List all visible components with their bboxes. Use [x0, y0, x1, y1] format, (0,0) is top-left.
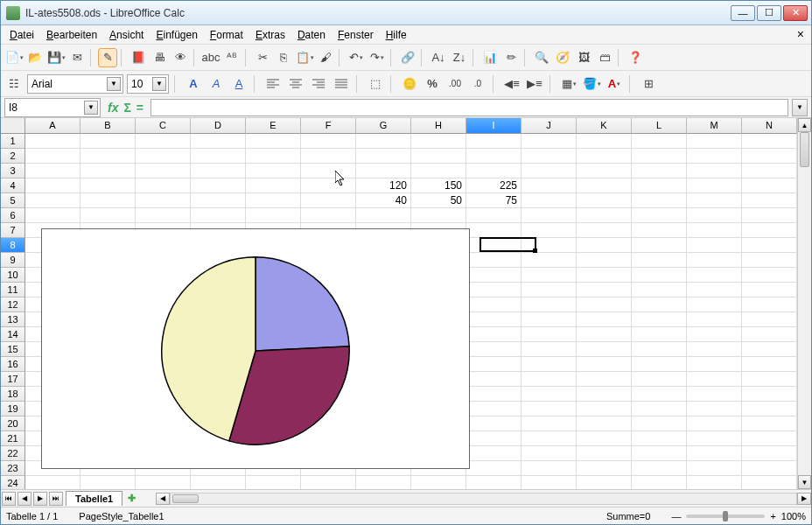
cell-L21[interactable]	[632, 431, 687, 446]
cell-E4[interactable]	[246, 178, 301, 193]
row-header-7[interactable]: 7	[1, 223, 25, 238]
cell-I20[interactable]	[466, 416, 522, 431]
row-header-23[interactable]: 23	[1, 461, 25, 476]
cell-J15[interactable]	[522, 342, 577, 357]
menu-format[interactable]: Format	[205, 27, 248, 43]
print-button[interactable]: 🖶	[150, 48, 169, 67]
cell-I21[interactable]	[466, 431, 522, 446]
cell-I9[interactable]	[466, 253, 522, 268]
cell-C3[interactable]	[136, 164, 191, 178]
cell-I24[interactable]	[466, 476, 522, 489]
cell-H6[interactable]	[411, 208, 466, 223]
cell-I2[interactable]	[466, 149, 522, 164]
increase-indent-button[interactable]: ▶≡	[525, 74, 544, 94]
new-button[interactable]: 📄	[4, 48, 24, 67]
cell-J16[interactable]	[522, 357, 577, 372]
column-headers[interactable]: ABCDEFGHIJKLMN	[25, 118, 797, 134]
cell-J23[interactable]	[522, 461, 577, 476]
tab-next-icon[interactable]: ▶	[33, 492, 47, 506]
sheet-tab[interactable]: Tabelle1	[66, 491, 122, 506]
spreadsheet-grid[interactable]: ABCDEFGHIJKLMN 1234567891011121314151617…	[1, 118, 797, 489]
grid-button[interactable]: ⊞	[639, 74, 658, 94]
bgcolor-button[interactable]: 🪣	[582, 74, 601, 94]
cell-D3[interactable]	[191, 164, 246, 178]
cell-K2[interactable]	[577, 149, 632, 164]
align-justify-button[interactable]	[332, 74, 351, 94]
cell-L5[interactable]	[632, 193, 687, 208]
col-header-J[interactable]: J	[522, 118, 577, 134]
cell-C1[interactable]	[136, 134, 191, 149]
cell-J20[interactable]	[522, 416, 577, 431]
cell-J13[interactable]	[522, 312, 577, 327]
select-all-corner[interactable]	[1, 118, 25, 134]
cell-D24[interactable]	[191, 476, 246, 489]
cell-B5[interactable]	[80, 193, 136, 208]
styles-button[interactable]: ☷	[4, 74, 24, 94]
cell-K21[interactable]	[577, 431, 632, 446]
cell-L23[interactable]	[632, 461, 687, 476]
menu-daten[interactable]: Daten	[292, 27, 331, 43]
cell-K20[interactable]	[577, 416, 632, 431]
row-header-1[interactable]: 1	[1, 134, 25, 149]
cell-K16[interactable]	[577, 357, 632, 372]
find-button[interactable]: 🔍	[532, 48, 551, 67]
bold-button[interactable]: A	[184, 74, 203, 94]
cell-N4[interactable]	[742, 178, 797, 193]
cell-N18[interactable]	[742, 387, 797, 402]
cell-H24[interactable]	[411, 476, 466, 489]
tab-first-icon[interactable]: ⏮	[2, 492, 16, 506]
cell-M8[interactable]	[687, 238, 742, 253]
help-button[interactable]: ❓	[626, 48, 645, 67]
sort-asc-button[interactable]: A↓	[429, 48, 448, 67]
cell-H3[interactable]	[411, 164, 466, 178]
cell-N8[interactable]	[742, 238, 797, 253]
cut-button[interactable]: ✂	[253, 48, 272, 67]
cell-L20[interactable]	[632, 416, 687, 431]
cell-L9[interactable]	[632, 253, 687, 268]
row-header-20[interactable]: 20	[1, 416, 25, 431]
col-header-E[interactable]: E	[246, 118, 301, 134]
row-header-13[interactable]: 13	[1, 312, 25, 327]
cell-I3[interactable]	[466, 164, 522, 178]
cell-J10[interactable]	[522, 268, 577, 283]
row-header-11[interactable]: 11	[1, 283, 25, 298]
cell-F3[interactable]	[301, 164, 356, 178]
row-header-19[interactable]: 19	[1, 402, 25, 416]
cell-K17[interactable]	[577, 372, 632, 387]
cell-K9[interactable]	[577, 253, 632, 268]
cell-J12[interactable]	[522, 298, 577, 312]
cell-K8[interactable]	[577, 238, 632, 253]
cell-F2[interactable]	[301, 149, 356, 164]
datasources-button[interactable]: 🗃	[595, 48, 614, 67]
cell-K19[interactable]	[577, 402, 632, 416]
col-header-L[interactable]: L	[632, 118, 687, 134]
cell-G4[interactable]: 120	[356, 178, 411, 193]
undo-button[interactable]: ↶	[346, 48, 366, 67]
cell-L10[interactable]	[632, 268, 687, 283]
cell-J6[interactable]	[522, 208, 577, 223]
tab-prev-icon[interactable]: ◀	[18, 492, 32, 506]
col-header-N[interactable]: N	[742, 118, 797, 134]
col-header-H[interactable]: H	[411, 118, 466, 134]
cell-D2[interactable]	[191, 149, 246, 164]
cell-A6[interactable]	[25, 208, 80, 223]
cell-K5[interactable]	[577, 193, 632, 208]
cell-A5[interactable]	[25, 193, 80, 208]
cell-M15[interactable]	[687, 342, 742, 357]
cell-H4[interactable]: 150	[411, 178, 466, 193]
cell-K10[interactable]	[577, 268, 632, 283]
cell-H2[interactable]	[411, 149, 466, 164]
cell-C6[interactable]	[136, 208, 191, 223]
font-name-combo[interactable]: Arial▼	[27, 74, 123, 94]
cell-K18[interactable]	[577, 387, 632, 402]
cell-A2[interactable]	[25, 149, 80, 164]
cell-I16[interactable]	[466, 357, 522, 372]
cell-J1[interactable]	[522, 134, 577, 149]
cell-M1[interactable]	[687, 134, 742, 149]
cell-H5[interactable]: 50	[411, 193, 466, 208]
format-brush-button[interactable]: 🖌	[316, 48, 335, 67]
cell-M16[interactable]	[687, 357, 742, 372]
cell-M13[interactable]	[687, 312, 742, 327]
font-size-combo[interactable]: 10▼	[127, 74, 169, 94]
cell-K22[interactable]	[577, 446, 632, 461]
